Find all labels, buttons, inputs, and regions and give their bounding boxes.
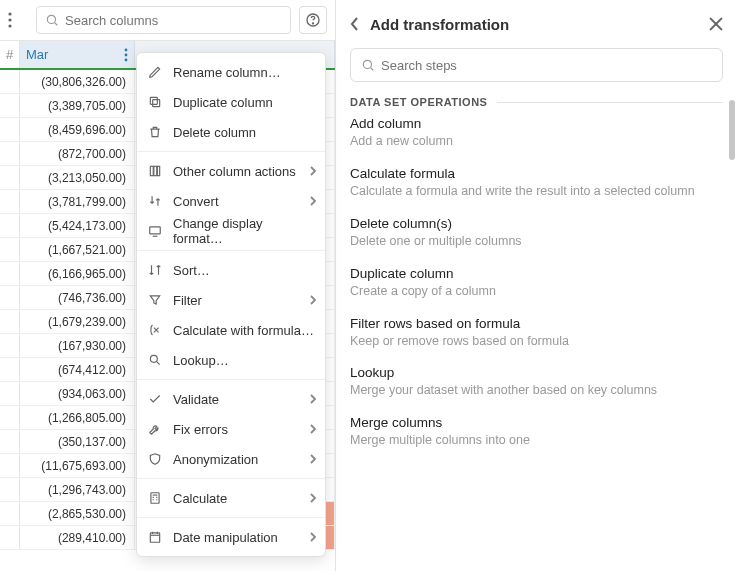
operation-item[interactable]: Merge columnsMerge multiple columns into… (350, 415, 723, 449)
menu-item[interactable]: Date manipulation (137, 522, 325, 552)
cell[interactable]: (1,679,239.00) (20, 310, 135, 333)
row-num (0, 142, 20, 165)
menu-item[interactable]: Validate (137, 384, 325, 414)
chevron-right-icon (309, 165, 317, 177)
cell[interactable]: (1,296,743.00) (20, 478, 135, 501)
chevron-right-icon (309, 453, 317, 465)
menu-item[interactable]: Other column actions (137, 156, 325, 186)
help-button[interactable] (299, 6, 327, 34)
cell[interactable]: (1,266,805.00) (20, 406, 135, 429)
operation-title: Duplicate column (350, 266, 723, 281)
chevron-right-icon (309, 423, 317, 435)
svg-rect-24 (150, 533, 159, 542)
cell[interactable]: (3,781,799.00) (20, 190, 135, 213)
search-icon (361, 58, 375, 72)
hash-column: # (0, 41, 20, 68)
cell[interactable]: (30,806,326.00) (20, 70, 135, 93)
menu-item[interactable]: Fix errors (137, 414, 325, 444)
menu-item[interactable]: Rename column… (137, 57, 325, 87)
search-steps-input[interactable] (381, 58, 712, 73)
column-context-menu: Rename column…Duplicate columnDelete col… (136, 52, 326, 557)
search-icon (45, 13, 59, 27)
operation-title: Filter rows based on formula (350, 316, 723, 331)
menu-item[interactable]: Change display format… (137, 216, 325, 246)
column-header-mar[interactable]: Mar (20, 41, 135, 68)
svg-rect-18 (151, 493, 159, 504)
menu-item[interactable]: Calculate (137, 483, 325, 513)
svg-point-2 (8, 24, 11, 27)
menu-item[interactable]: Duplicate column (137, 87, 325, 117)
chevron-left-icon (350, 16, 360, 32)
operation-item[interactable]: Delete column(s)Delete one or multiple c… (350, 216, 723, 250)
menu-item[interactable]: Anonymization (137, 444, 325, 474)
menu-item[interactable]: Calculate with formula… (137, 315, 325, 345)
menu-item-label: Delete column (173, 125, 256, 140)
svg-point-9 (125, 58, 128, 61)
operation-item[interactable]: LookupMerge your dataset with another ba… (350, 365, 723, 399)
menu-item-label: Duplicate column (173, 95, 273, 110)
menu-separator (137, 151, 325, 152)
svg-rect-15 (150, 227, 161, 234)
cell[interactable]: (674,412.00) (20, 358, 135, 381)
operation-item[interactable]: Calculate formulaCalculate a formula and… (350, 166, 723, 200)
search-columns-input[interactable] (65, 13, 282, 28)
shield-icon (147, 451, 163, 467)
display-icon (147, 223, 163, 239)
menu-item-label: Calculate with formula… (173, 323, 314, 338)
menu-item[interactable]: Sort… (137, 255, 325, 285)
cell[interactable]: (8,459,696.00) (20, 118, 135, 141)
cell[interactable]: (2,865,530.00) (20, 502, 135, 525)
operation-desc: Merge your dataset with another based on… (350, 382, 723, 399)
operation-title: Lookup (350, 365, 723, 380)
menu-item[interactable]: Delete column (137, 117, 325, 147)
back-button[interactable] (350, 16, 360, 32)
cell[interactable]: (3,389,705.00) (20, 94, 135, 117)
column-name: Mar (26, 47, 48, 62)
row-num (0, 526, 20, 549)
cell[interactable]: (350,137.00) (20, 430, 135, 453)
cell[interactable]: (872,700.00) (20, 142, 135, 165)
menu-item-label: Other column actions (173, 164, 296, 179)
cell[interactable]: (1,667,521.00) (20, 238, 135, 261)
menu-item-label: Calculate (173, 491, 227, 506)
cell[interactable]: (934,063.00) (20, 382, 135, 405)
cell[interactable]: (746,736.00) (20, 286, 135, 309)
cell[interactable]: (167,930.00) (20, 334, 135, 357)
operation-item[interactable]: Duplicate columnCreate a copy of a colum… (350, 266, 723, 300)
svg-point-16 (150, 355, 157, 362)
fx-icon (147, 322, 163, 338)
svg-line-31 (371, 68, 374, 71)
cell[interactable]: (3,213,050.00) (20, 166, 135, 189)
right-panel-header: Add transformation (336, 0, 737, 48)
chevron-right-icon (309, 531, 317, 543)
trash-icon (147, 124, 163, 140)
column-menu-icon[interactable] (124, 48, 128, 62)
menu-item-label: Sort… (173, 263, 210, 278)
cell[interactable]: (6,166,965.00) (20, 262, 135, 285)
filter-icon (147, 292, 163, 308)
row-num (0, 358, 20, 381)
row-num (0, 118, 20, 141)
cell[interactable]: (289,410.00) (20, 526, 135, 549)
more-icon[interactable] (8, 12, 28, 28)
search-steps-box[interactable] (350, 48, 723, 82)
menu-item[interactable]: Lookup… (137, 345, 325, 375)
scrollbar-thumb[interactable] (729, 100, 735, 160)
menu-item[interactable]: Convert (137, 186, 325, 216)
calc-icon (147, 490, 163, 506)
operations-list: Add columnAdd a new columnCalculate form… (336, 116, 737, 465)
search-columns-box[interactable] (36, 6, 291, 34)
cell[interactable]: (5,424,173.00) (20, 214, 135, 237)
operation-desc: Add a new column (350, 133, 723, 150)
cell[interactable]: (11,675,693.00) (20, 454, 135, 477)
operation-item[interactable]: Add columnAdd a new column (350, 116, 723, 150)
left-pane: # Mar (30,806,326.00)(3,389,705.00)(8,45… (0, 0, 335, 571)
menu-item-label: Validate (173, 392, 219, 407)
close-button[interactable] (709, 17, 723, 31)
help-icon (305, 12, 321, 28)
operation-item[interactable]: Filter rows based on formulaKeep or remo… (350, 316, 723, 350)
menu-item[interactable]: Filter (137, 285, 325, 315)
menu-item-label: Anonymization (173, 452, 258, 467)
close-icon (709, 17, 723, 31)
operation-title: Delete column(s) (350, 216, 723, 231)
